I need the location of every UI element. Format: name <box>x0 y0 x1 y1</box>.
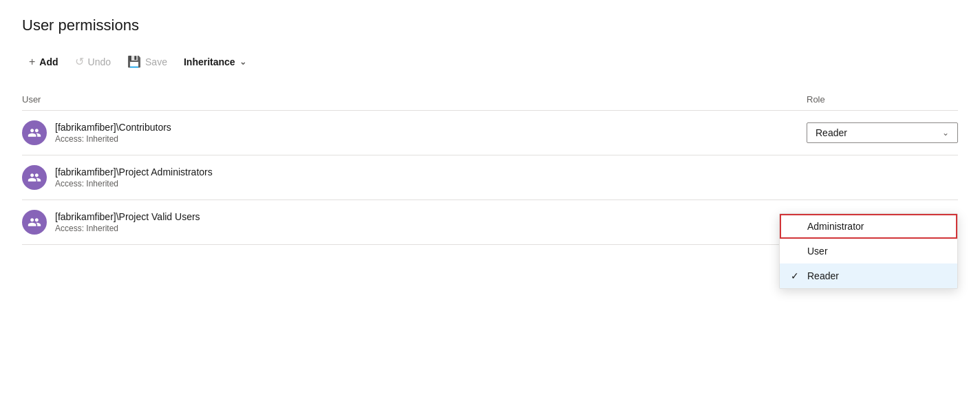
user-details: [fabrikamfiber]\Contributors Access: Inh… <box>55 122 171 144</box>
inheritance-button[interactable]: Inheritance ⌄ <box>177 52 253 72</box>
user-details: [fabrikamfiber]\Project Valid Users Acce… <box>55 211 200 233</box>
user-info: [fabrikamfiber]\Project Administrators A… <box>22 165 213 190</box>
user-info: [fabrikamfiber]\Contributors Access: Inh… <box>22 120 171 145</box>
chevron-down-icon: ⌄ <box>942 128 949 138</box>
add-button[interactable]: + Add <box>22 52 65 72</box>
role-value-row1: Reader <box>816 127 847 138</box>
table-row: [fabrikamfiber]\Contributors Access: Inh… <box>22 111 958 155</box>
user-group-icon <box>28 215 41 229</box>
save-button[interactable]: 💾 Save <box>120 51 174 72</box>
page-title: User permissions <box>22 17 958 34</box>
user-name: [fabrikamfiber]\Project Valid Users <box>55 211 200 222</box>
dropdown-item-label: Reader <box>807 270 839 281</box>
inheritance-label: Inheritance <box>184 56 235 67</box>
user-access: Access: Inherited <box>55 134 171 144</box>
chevron-down-icon: ⌄ <box>239 57 246 67</box>
checkmark-icon: ✓ <box>791 270 802 281</box>
toolbar: + Add ↺ Undo 💾 Save Inheritance ⌄ <box>22 51 958 72</box>
user-access: Access: Inherited <box>55 179 213 188</box>
dropdown-item-label: User <box>807 246 828 257</box>
undo-icon: ↺ <box>75 55 84 68</box>
user-name: [fabrikamfiber]\Contributors <box>55 122 171 133</box>
user-name: [fabrikamfiber]\Project Administrators <box>55 166 213 177</box>
table-row: [fabrikamfiber]\Project Administrators A… <box>22 155 958 200</box>
save-label: Save <box>145 56 167 67</box>
table-header: User Role <box>22 89 958 111</box>
dropdown-item-administrator[interactable]: Administrator <box>780 214 957 239</box>
avatar <box>22 165 47 190</box>
user-group-icon <box>28 126 41 140</box>
dropdown-item-reader[interactable]: ✓ Reader <box>780 263 957 288</box>
role-dropdown-menu: Administrator User ✓ Reader <box>779 213 958 289</box>
save-icon: 💾 <box>127 55 141 68</box>
user-details: [fabrikamfiber]\Project Administrators A… <box>55 166 213 188</box>
dropdown-item-label: Administrator <box>807 221 864 232</box>
dropdown-item-user[interactable]: User <box>780 239 957 263</box>
user-group-icon <box>28 171 41 184</box>
avatar <box>22 210 47 235</box>
avatar <box>22 120 47 145</box>
user-access: Access: Inherited <box>55 224 200 233</box>
column-role-header: Role <box>807 94 958 105</box>
column-user-header: User <box>22 94 807 105</box>
add-label: Add <box>39 56 58 67</box>
user-info: [fabrikamfiber]\Project Valid Users Acce… <box>22 210 200 235</box>
add-icon: + <box>29 56 35 68</box>
role-dropdown-row1[interactable]: Reader ⌄ <box>807 122 958 143</box>
undo-button[interactable]: ↺ Undo <box>68 51 118 72</box>
undo-label: Undo <box>88 56 111 67</box>
